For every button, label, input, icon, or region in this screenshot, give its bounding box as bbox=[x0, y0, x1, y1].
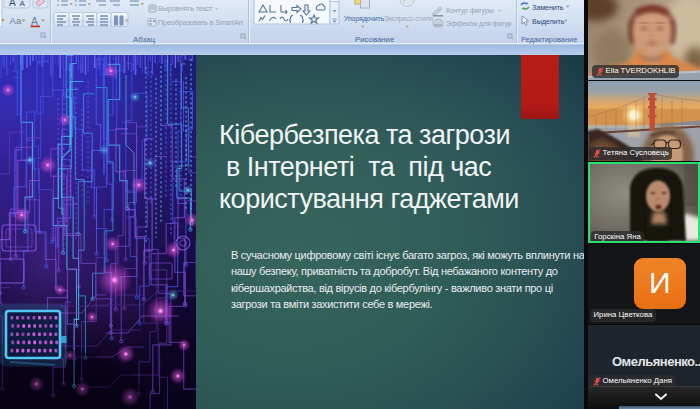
svg-text:Заменить: Заменить bbox=[532, 3, 564, 12]
svg-text:A: A bbox=[20, 0, 26, 8]
svg-text:А: А bbox=[9, 0, 16, 8]
svg-text:Абзац: Абзац bbox=[133, 35, 155, 44]
svg-text:Рисование: Рисование bbox=[355, 35, 394, 44]
svg-text:Редактирование: Редактирование bbox=[521, 35, 577, 44]
svg-text:Выровнять текст: Выровнять текст bbox=[158, 4, 213, 13]
svg-text:Выделить: Выделить bbox=[532, 17, 565, 26]
svg-text:А: А bbox=[31, 15, 38, 27]
svg-text:Экспресс-стили: Экспресс-стили bbox=[384, 15, 433, 23]
svg-text:Преобразовать в SmartArt: Преобразовать в SmartArt bbox=[158, 18, 243, 27]
svg-text:Упорядочить: Упорядочить bbox=[344, 15, 385, 23]
svg-text:Эффекты для фигур: Эффекты для фигур bbox=[446, 20, 512, 28]
svg-text:Контур фигуры: Контур фигуры bbox=[446, 7, 494, 15]
svg-text:Аа: Аа bbox=[10, 15, 22, 26]
